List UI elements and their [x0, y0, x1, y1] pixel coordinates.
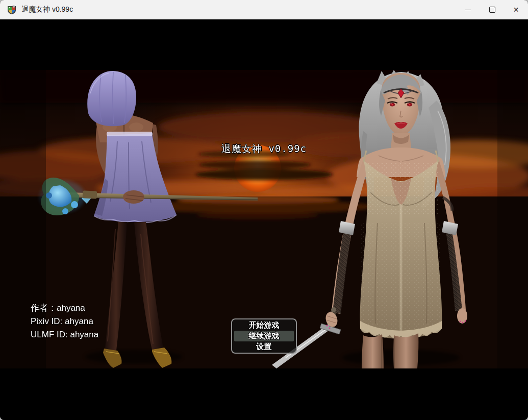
rpg-maker-game-icon: [7, 5, 17, 15]
maximize-icon: [489, 7, 495, 13]
window-title: 退魔女神 v0.99c: [21, 5, 73, 14]
credit-ulmf: ULMF ID: ahyana: [31, 328, 98, 341]
game-window: 退魔女神 v0.99c ✕: [0, 0, 528, 420]
minimize-button[interactable]: [456, 0, 480, 19]
menu-item-settings[interactable]: 设置: [234, 341, 294, 352]
game-title: 退魔女神 v0.99c: [0, 142, 528, 156]
menu-item-continue[interactable]: 继续游戏: [234, 331, 294, 341]
credits-block: 作者：ahyana Pixiv ID: ahyana ULMF ID: ahya…: [31, 302, 98, 341]
window-controls: ✕: [456, 0, 528, 19]
close-button[interactable]: ✕: [504, 0, 528, 19]
credit-pixiv: Pixiv ID: ahyana: [31, 315, 98, 328]
maximize-button[interactable]: [480, 0, 504, 19]
minimize-icon: [465, 10, 471, 10]
window-titlebar[interactable]: 退魔女神 v0.99c ✕: [0, 0, 528, 19]
close-icon: ✕: [513, 6, 519, 13]
menu-item-new-game[interactable]: 开始游戏: [234, 320, 294, 331]
title-menu: 开始游戏 继续游戏 设置: [231, 318, 297, 354]
game-viewport: 退魔女神 v0.99c 作者：ahyana Pixiv ID: ahyana U…: [0, 19, 528, 420]
credit-author: 作者：ahyana: [31, 302, 98, 315]
